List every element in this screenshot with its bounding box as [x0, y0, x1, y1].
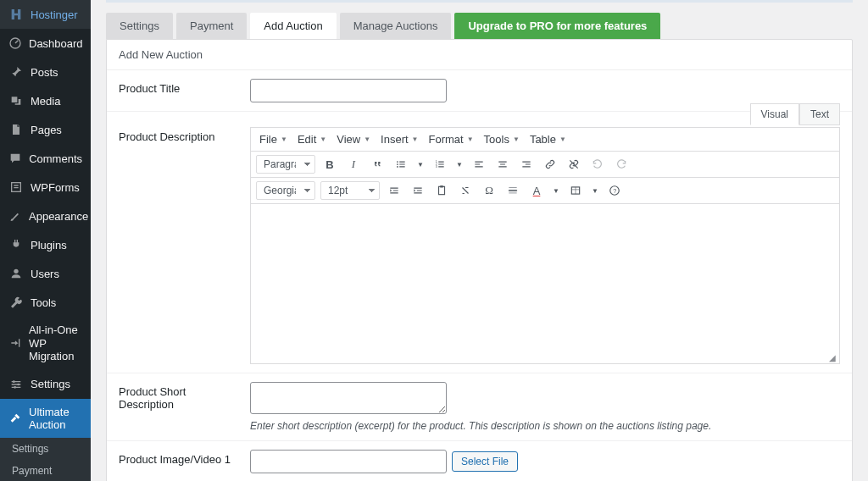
- menu-table[interactable]: Table▼: [530, 133, 566, 146]
- tab-add-auction[interactable]: Add Auction: [250, 13, 336, 39]
- dashboard-icon: [8, 36, 22, 51]
- sidebar-label: Media: [31, 95, 60, 108]
- menu-edit[interactable]: Edit▼: [298, 133, 326, 146]
- row-product-title: Product Title: [107, 70, 852, 112]
- tab-settings[interactable]: Settings: [106, 13, 173, 39]
- number-list-dropdown[interactable]: ▼: [454, 155, 465, 174]
- tab-manage-auctions[interactable]: Manage Auctions: [340, 13, 452, 39]
- table-dropdown[interactable]: ▼: [590, 181, 600, 200]
- sidebar-item-plugins[interactable]: Plugins: [0, 230, 91, 259]
- undo-button[interactable]: [588, 155, 607, 174]
- align-center-button[interactable]: [493, 155, 512, 174]
- sidebar-item-wpforms[interactable]: WPForms: [0, 173, 91, 202]
- form-panel: Add New Auction Product Title Product De…: [106, 39, 853, 481]
- table-insert-button[interactable]: [566, 181, 585, 200]
- blockquote-button[interactable]: [368, 155, 387, 174]
- bold-button[interactable]: B: [320, 155, 339, 174]
- editor-content-area[interactable]: ◢: [250, 203, 840, 364]
- help-button[interactable]: ?: [605, 181, 624, 200]
- input-product-title[interactable]: [250, 79, 447, 102]
- label-image-1: Product Image/Video 1: [119, 450, 233, 466]
- sidebar-label: Posts: [31, 66, 58, 79]
- sidebar-item-dashboard[interactable]: Dashboard: [0, 29, 91, 58]
- number-list-button[interactable]: 123: [431, 155, 449, 174]
- migrate-icon: [8, 335, 22, 351]
- sidebar-item-hostinger[interactable]: Hostinger: [0, 0, 91, 29]
- pages-icon: [8, 122, 24, 137]
- hammer-icon: [8, 411, 22, 426]
- input-short-description[interactable]: [250, 382, 447, 414]
- sidebar-label: Dashboard: [29, 37, 83, 50]
- special-char-button[interactable]: Ω: [480, 181, 498, 200]
- select-paragraph[interactable]: Paragraph: [256, 155, 315, 174]
- svg-point-5: [14, 386, 16, 389]
- media-icon: [8, 93, 24, 108]
- panel-header: Add New Auction: [107, 40, 852, 70]
- sidebar-item-appearance[interactable]: Appearance: [0, 202, 91, 230]
- sidebar-label: WPForms: [31, 181, 80, 194]
- select-file-1-button[interactable]: Select File: [452, 451, 518, 472]
- editor-tab-visual[interactable]: Visual: [750, 103, 799, 125]
- bullet-list-dropdown[interactable]: ▼: [415, 155, 426, 174]
- sidebar-label: Pages: [31, 124, 62, 136]
- sidebar-item-settings[interactable]: Settings: [0, 370, 91, 399]
- select-font[interactable]: Georgia: [256, 181, 315, 200]
- svg-point-7: [397, 161, 398, 163]
- align-right-button[interactable]: [517, 155, 536, 174]
- menu-file[interactable]: File▼: [259, 133, 287, 146]
- editor-tab-text[interactable]: Text: [799, 103, 840, 125]
- form-icon: [8, 180, 24, 195]
- italic-button[interactable]: I: [344, 155, 363, 174]
- editor-toolbar-1: Paragraph B I ▼ 123 ▼: [250, 151, 840, 177]
- menu-view[interactable]: View▼: [337, 133, 370, 146]
- sidebar-item-migration[interactable]: All-in-One WP Migration: [0, 317, 91, 370]
- comment-icon: [8, 151, 22, 166]
- label-short-description: Product Short Description: [119, 382, 233, 411]
- select-size[interactable]: 12pt: [320, 181, 380, 200]
- clear-format-button[interactable]: [456, 181, 475, 200]
- svg-text:3: 3: [436, 165, 437, 169]
- editor-mode-tabs: Visual Text: [750, 103, 840, 125]
- sidebar-item-comments[interactable]: Comments: [0, 144, 91, 173]
- label-product-description: Product Description: [119, 127, 233, 143]
- sidebar-item-ultimate-auction[interactable]: Ultimate Auction: [0, 399, 91, 438]
- submenu-payment[interactable]: Payment: [0, 460, 91, 481]
- svg-rect-14: [440, 185, 443, 187]
- tab-payment[interactable]: Payment: [176, 13, 247, 39]
- editor-menubar: File▼ Edit▼ View▼ Insert▼ Format▼ Tools▼…: [250, 127, 840, 151]
- wrench-icon: [8, 295, 24, 310]
- text-color-dropdown[interactable]: ▼: [551, 181, 561, 200]
- redo-button[interactable]: [612, 155, 631, 174]
- submenu-settings[interactable]: Settings: [0, 438, 91, 460]
- sidebar-item-media[interactable]: Media: [0, 86, 91, 115]
- row-product-description: Product Description Visual Text File▼ Ed…: [107, 112, 852, 373]
- tab-upgrade-pro[interactable]: Upgrade to PRO for more features: [454, 13, 660, 39]
- brush-icon: [8, 208, 22, 224]
- bullet-list-button[interactable]: [392, 155, 410, 174]
- resize-handle-icon[interactable]: ◢: [829, 353, 837, 362]
- svg-point-3: [13, 380, 15, 383]
- sidebar-label: Users: [31, 268, 59, 280]
- align-left-button[interactable]: [470, 155, 488, 174]
- indent-button[interactable]: [409, 181, 427, 200]
- svg-text:?: ?: [613, 188, 616, 194]
- sidebar-item-pages[interactable]: Pages: [0, 115, 91, 144]
- sidebar-item-posts[interactable]: Posts: [0, 58, 91, 86]
- menu-insert[interactable]: Insert▼: [381, 133, 418, 146]
- svg-point-2: [14, 269, 18, 274]
- menu-tools[interactable]: Tools▼: [484, 133, 520, 146]
- input-image-1[interactable]: [250, 450, 447, 473]
- menu-format[interactable]: Format▼: [429, 133, 474, 146]
- top-border: [106, 0, 853, 3]
- sidebar-item-users[interactable]: Users: [0, 259, 91, 288]
- outdent-button[interactable]: [385, 181, 403, 200]
- sidebar-label: Plugins: [31, 239, 67, 252]
- link-button[interactable]: [541, 155, 559, 174]
- user-icon: [8, 266, 24, 281]
- sidebar-item-tools[interactable]: Tools: [0, 288, 91, 317]
- hr-button[interactable]: [504, 181, 522, 200]
- text-color-button[interactable]: A: [527, 181, 546, 200]
- unlink-button[interactable]: [565, 155, 583, 174]
- paste-button[interactable]: [432, 181, 451, 200]
- svg-rect-13: [439, 186, 445, 194]
